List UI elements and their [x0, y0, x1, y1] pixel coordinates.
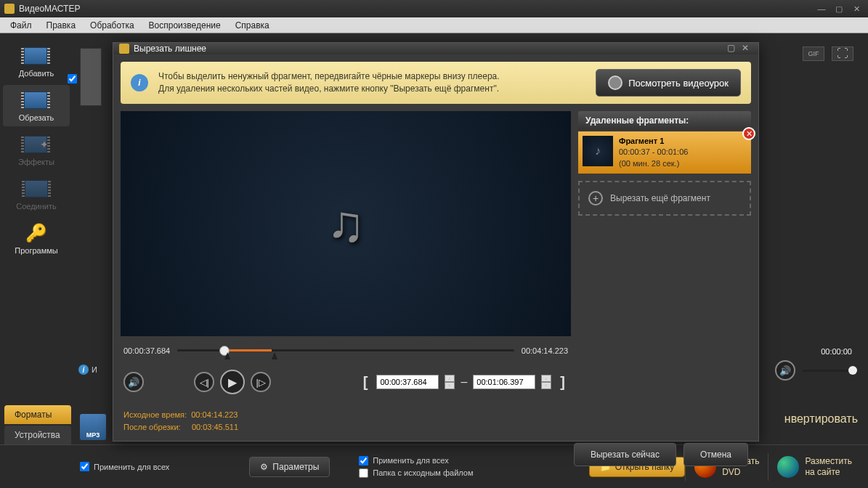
hint-bar: i Чтобы выделить ненужный фрагмент, пере…: [121, 62, 751, 104]
trim-dialog: Вырезать лишнее ▢ ✕ i Чтобы выделить нен…: [113, 42, 759, 442]
main-volume-slider[interactable]: [803, 370, 853, 372]
menubar: Файл Правка Обработка Воспроизведение Сп…: [0, 17, 868, 33]
dialog-titlebar: Вырезать лишнее ▢ ✕: [113, 43, 758, 54]
trim-label: Обрезать: [19, 113, 54, 122]
plus-icon: +: [588, 191, 603, 206]
programs-label: Программы: [15, 246, 57, 255]
src-time-value: 00:04:14.223: [191, 410, 238, 419]
app-title: ВидеоМАСТЕР: [19, 4, 814, 14]
file-checkbox[interactable]: [68, 74, 77, 84]
fragments-panel: Удаленные фрагменты: ♪ Фрагмент 1 00:00:…: [578, 111, 751, 399]
info-strip: i И: [78, 365, 97, 375]
left-sidebar: + Добавить ✂ Обрезать ✦ Эффекты Соединит…: [0, 33, 73, 444]
main-volume-icon[interactable]: 🔊: [775, 360, 795, 381]
music-note-icon: ♫: [327, 195, 365, 253]
info-text: И: [92, 365, 97, 374]
convert-button-partial[interactable]: нвертировать: [784, 412, 858, 426]
camera-icon: [608, 76, 622, 90]
dash: –: [461, 375, 467, 389]
gif-button[interactable]: GIF: [803, 46, 824, 61]
effects-label: Эффекты: [18, 158, 54, 166]
app-logo-icon: [4, 4, 15, 14]
fragment-item[interactable]: ♪ Фрагмент 1 00:00:37 - 00:01:06 (00 мин…: [578, 131, 751, 174]
timeline[interactable]: [177, 343, 514, 358]
menu-process[interactable]: Обработка: [83, 18, 142, 33]
add-label: Добавить: [19, 69, 54, 78]
titlebar: ВидеоМАСТЕР — ▢ ✕: [0, 0, 868, 17]
time-right: 00:04:14.223: [522, 346, 568, 355]
dialog-title: Вырезать лишнее: [134, 44, 723, 54]
add-button[interactable]: + Добавить: [3, 41, 70, 82]
dialog-close[interactable]: ✕: [738, 43, 753, 54]
programs-button[interactable]: 🔑 Программы: [3, 218, 70, 259]
hint-line2: Для удаления нескольких частей видео, на…: [158, 83, 585, 95]
tab-devices[interactable]: Устройства: [4, 426, 71, 444]
fragment-range: 00:00:37 - 00:01:06: [619, 147, 688, 156]
player-panel: ♫ 00:00:37.684 00:04:14.223 🔊 ◁| ▶ |▷: [121, 111, 571, 399]
join-label: Соединить: [16, 202, 57, 211]
effects-button[interactable]: ✦ Эффекты: [3, 129, 70, 171]
next-frame-button[interactable]: |▷: [251, 372, 271, 392]
volume-button[interactable]: 🔊: [123, 372, 144, 392]
prev-frame-button[interactable]: ◁|: [194, 372, 214, 392]
out-time-input[interactable]: [473, 375, 535, 389]
info-icon: i: [131, 74, 148, 92]
tab-formats[interactable]: Форматы: [4, 405, 71, 424]
time-left: 00:00:37.684: [123, 346, 170, 355]
menu-play[interactable]: Воспроизведение: [142, 18, 228, 33]
publish-site-button[interactable]: Разместитьна сайте: [768, 453, 861, 481]
dialog-logo-icon: [119, 44, 129, 54]
dialog-info: Исходное время: 00:04:14.223 После обрез…: [113, 406, 758, 436]
play-button[interactable]: ▶: [220, 370, 245, 394]
join-button[interactable]: Соединить: [3, 174, 70, 215]
format-mp3-icon[interactable]: MP3: [80, 414, 106, 440]
out-spinner[interactable]: ▴▾: [541, 375, 551, 389]
fragment-delete-button[interactable]: ✕: [742, 127, 755, 140]
video-lesson-button[interactable]: Посмотреть видеоурок: [596, 69, 741, 97]
fragment-thumb-icon: ♪: [583, 136, 613, 166]
dialog-maximize[interactable]: ▢: [723, 43, 738, 54]
info-icon: i: [78, 365, 89, 375]
globe-icon: [777, 456, 799, 478]
file-list-item[interactable]: [80, 48, 102, 106]
close-button[interactable]: ✕: [849, 3, 864, 15]
main-volume: 🔊: [775, 360, 853, 381]
hint-line1: Чтобы выделить ненужный фрагмент, передв…: [158, 70, 585, 83]
in-time-input[interactable]: [376, 375, 439, 389]
video-preview[interactable]: ♫: [121, 111, 571, 336]
menu-edit[interactable]: Правка: [39, 18, 84, 33]
main-timestamp: 00:00:00: [821, 347, 852, 356]
set-out-button[interactable]: ]: [557, 374, 568, 391]
fullscreen-button[interactable]: ⛶: [832, 46, 853, 61]
minimize-button[interactable]: —: [814, 3, 829, 15]
menu-file[interactable]: Файл: [3, 18, 39, 33]
cut-now-button[interactable]: Вырезать сейчас: [574, 443, 676, 466]
marker-end[interactable]: [272, 352, 277, 359]
after-time-value: 00:03:45.511: [192, 423, 238, 431]
fragment-name: Фрагмент 1: [619, 137, 664, 145]
maximize-button[interactable]: ▢: [832, 3, 846, 15]
set-in-button[interactable]: [: [360, 374, 371, 391]
cancel-button[interactable]: Отмена: [684, 443, 748, 466]
add-fragment-button[interactable]: + Вырезать ещё фрагмент: [578, 181, 751, 216]
menu-help[interactable]: Справка: [228, 18, 277, 33]
fragment-duration: (00 мин. 28 сек.): [619, 159, 679, 168]
trim-button[interactable]: ✂ Обрезать: [3, 85, 70, 126]
fragments-title: Удаленные фрагменты:: [578, 111, 751, 130]
in-spinner[interactable]: ▴▾: [445, 375, 455, 389]
